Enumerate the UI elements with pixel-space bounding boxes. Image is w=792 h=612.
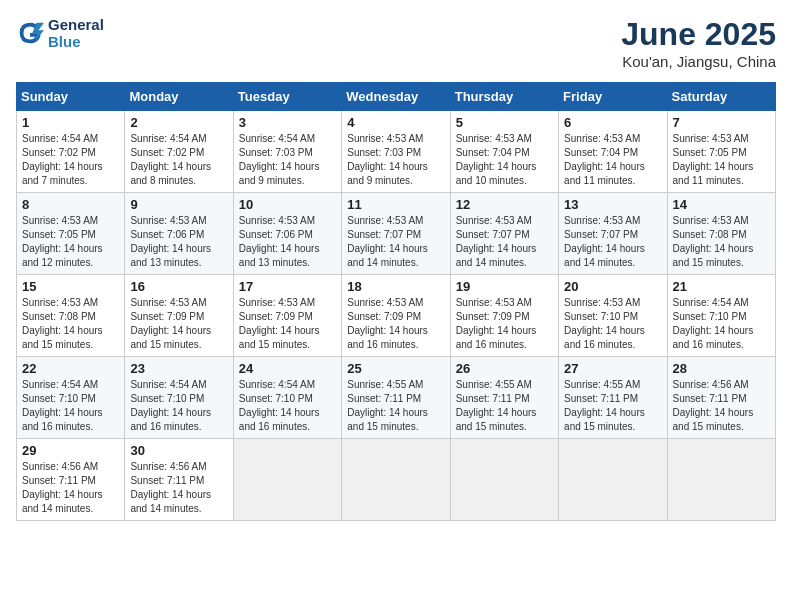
day-number: 15	[22, 279, 119, 294]
day-number: 23	[130, 361, 227, 376]
day-info: Sunrise: 4:53 AMSunset: 7:08 PMDaylight:…	[22, 296, 119, 352]
day-info: Sunrise: 4:53 AMSunset: 7:08 PMDaylight:…	[673, 214, 770, 270]
calendar-cell: 18 Sunrise: 4:53 AMSunset: 7:09 PMDaylig…	[342, 275, 450, 357]
day-info: Sunrise: 4:53 AMSunset: 7:04 PMDaylight:…	[564, 132, 661, 188]
calendar-cell: 9 Sunrise: 4:53 AMSunset: 7:06 PMDayligh…	[125, 193, 233, 275]
calendar-cell: 4 Sunrise: 4:53 AMSunset: 7:03 PMDayligh…	[342, 111, 450, 193]
day-number: 3	[239, 115, 336, 130]
day-number: 18	[347, 279, 444, 294]
day-info: Sunrise: 4:53 AMSunset: 7:06 PMDaylight:…	[130, 214, 227, 270]
calendar-cell: 14 Sunrise: 4:53 AMSunset: 7:08 PMDaylig…	[667, 193, 775, 275]
day-info: Sunrise: 4:54 AMSunset: 7:02 PMDaylight:…	[22, 132, 119, 188]
day-info: Sunrise: 4:54 AMSunset: 7:03 PMDaylight:…	[239, 132, 336, 188]
calendar-cell	[342, 439, 450, 521]
day-info: Sunrise: 4:53 AMSunset: 7:05 PMDaylight:…	[22, 214, 119, 270]
calendar-cell: 12 Sunrise: 4:53 AMSunset: 7:07 PMDaylig…	[450, 193, 558, 275]
day-number: 4	[347, 115, 444, 130]
calendar-cell: 25 Sunrise: 4:55 AMSunset: 7:11 PMDaylig…	[342, 357, 450, 439]
calendar-cell: 27 Sunrise: 4:55 AMSunset: 7:11 PMDaylig…	[559, 357, 667, 439]
calendar-cell: 2 Sunrise: 4:54 AMSunset: 7:02 PMDayligh…	[125, 111, 233, 193]
day-info: Sunrise: 4:53 AMSunset: 7:04 PMDaylight:…	[456, 132, 553, 188]
day-info: Sunrise: 4:53 AMSunset: 7:09 PMDaylight:…	[347, 296, 444, 352]
calendar-cell	[667, 439, 775, 521]
day-info: Sunrise: 4:54 AMSunset: 7:10 PMDaylight:…	[130, 378, 227, 434]
day-number: 5	[456, 115, 553, 130]
logo: General Blue	[16, 16, 104, 50]
day-info: Sunrise: 4:53 AMSunset: 7:07 PMDaylight:…	[456, 214, 553, 270]
calendar-cell: 7 Sunrise: 4:53 AMSunset: 7:05 PMDayligh…	[667, 111, 775, 193]
calendar-cell: 11 Sunrise: 4:53 AMSunset: 7:07 PMDaylig…	[342, 193, 450, 275]
day-info: Sunrise: 4:54 AMSunset: 7:02 PMDaylight:…	[130, 132, 227, 188]
day-number: 6	[564, 115, 661, 130]
day-number: 22	[22, 361, 119, 376]
day-info: Sunrise: 4:56 AMSunset: 7:11 PMDaylight:…	[22, 460, 119, 516]
calendar-cell: 30 Sunrise: 4:56 AMSunset: 7:11 PMDaylig…	[125, 439, 233, 521]
logo-icon	[16, 19, 44, 47]
day-number: 25	[347, 361, 444, 376]
calendar-week-row: 22 Sunrise: 4:54 AMSunset: 7:10 PMDaylig…	[17, 357, 776, 439]
col-monday: Monday	[125, 83, 233, 111]
calendar-table: Sunday Monday Tuesday Wednesday Thursday…	[16, 82, 776, 521]
day-info: Sunrise: 4:55 AMSunset: 7:11 PMDaylight:…	[347, 378, 444, 434]
day-info: Sunrise: 4:53 AMSunset: 7:10 PMDaylight:…	[564, 296, 661, 352]
calendar-cell	[450, 439, 558, 521]
day-info: Sunrise: 4:53 AMSunset: 7:06 PMDaylight:…	[239, 214, 336, 270]
day-number: 14	[673, 197, 770, 212]
title-block: June 2025 Kou'an, Jiangsu, China	[621, 16, 776, 70]
col-friday: Friday	[559, 83, 667, 111]
calendar-cell: 8 Sunrise: 4:53 AMSunset: 7:05 PMDayligh…	[17, 193, 125, 275]
calendar-cell: 16 Sunrise: 4:53 AMSunset: 7:09 PMDaylig…	[125, 275, 233, 357]
day-number: 17	[239, 279, 336, 294]
day-number: 29	[22, 443, 119, 458]
calendar-cell	[233, 439, 341, 521]
col-saturday: Saturday	[667, 83, 775, 111]
day-number: 16	[130, 279, 227, 294]
day-info: Sunrise: 4:56 AMSunset: 7:11 PMDaylight:…	[130, 460, 227, 516]
day-number: 27	[564, 361, 661, 376]
calendar-cell: 22 Sunrise: 4:54 AMSunset: 7:10 PMDaylig…	[17, 357, 125, 439]
day-info: Sunrise: 4:55 AMSunset: 7:11 PMDaylight:…	[456, 378, 553, 434]
day-number: 24	[239, 361, 336, 376]
day-info: Sunrise: 4:54 AMSunset: 7:10 PMDaylight:…	[239, 378, 336, 434]
calendar-cell: 24 Sunrise: 4:54 AMSunset: 7:10 PMDaylig…	[233, 357, 341, 439]
day-info: Sunrise: 4:53 AMSunset: 7:09 PMDaylight:…	[239, 296, 336, 352]
calendar-title: June 2025	[621, 16, 776, 53]
day-number: 28	[673, 361, 770, 376]
calendar-cell: 15 Sunrise: 4:53 AMSunset: 7:08 PMDaylig…	[17, 275, 125, 357]
calendar-cell: 3 Sunrise: 4:54 AMSunset: 7:03 PMDayligh…	[233, 111, 341, 193]
calendar-subtitle: Kou'an, Jiangsu, China	[621, 53, 776, 70]
calendar-week-row: 15 Sunrise: 4:53 AMSunset: 7:08 PMDaylig…	[17, 275, 776, 357]
calendar-cell: 10 Sunrise: 4:53 AMSunset: 7:06 PMDaylig…	[233, 193, 341, 275]
calendar-cell: 21 Sunrise: 4:54 AMSunset: 7:10 PMDaylig…	[667, 275, 775, 357]
day-number: 7	[673, 115, 770, 130]
calendar-week-row: 1 Sunrise: 4:54 AMSunset: 7:02 PMDayligh…	[17, 111, 776, 193]
day-number: 21	[673, 279, 770, 294]
day-number: 11	[347, 197, 444, 212]
page-header: General Blue June 2025 Kou'an, Jiangsu, …	[16, 16, 776, 70]
day-info: Sunrise: 4:53 AMSunset: 7:05 PMDaylight:…	[673, 132, 770, 188]
calendar-cell: 26 Sunrise: 4:55 AMSunset: 7:11 PMDaylig…	[450, 357, 558, 439]
day-number: 20	[564, 279, 661, 294]
calendar-cell: 28 Sunrise: 4:56 AMSunset: 7:11 PMDaylig…	[667, 357, 775, 439]
day-number: 2	[130, 115, 227, 130]
calendar-cell: 13 Sunrise: 4:53 AMSunset: 7:07 PMDaylig…	[559, 193, 667, 275]
day-number: 9	[130, 197, 227, 212]
day-number: 8	[22, 197, 119, 212]
day-info: Sunrise: 4:53 AMSunset: 7:03 PMDaylight:…	[347, 132, 444, 188]
calendar-cell: 23 Sunrise: 4:54 AMSunset: 7:10 PMDaylig…	[125, 357, 233, 439]
day-info: Sunrise: 4:53 AMSunset: 7:09 PMDaylight:…	[456, 296, 553, 352]
day-number: 1	[22, 115, 119, 130]
calendar-cell: 1 Sunrise: 4:54 AMSunset: 7:02 PMDayligh…	[17, 111, 125, 193]
day-number: 30	[130, 443, 227, 458]
day-info: Sunrise: 4:56 AMSunset: 7:11 PMDaylight:…	[673, 378, 770, 434]
day-info: Sunrise: 4:54 AMSunset: 7:10 PMDaylight:…	[22, 378, 119, 434]
calendar-week-row: 8 Sunrise: 4:53 AMSunset: 7:05 PMDayligh…	[17, 193, 776, 275]
day-number: 19	[456, 279, 553, 294]
day-number: 12	[456, 197, 553, 212]
calendar-cell: 20 Sunrise: 4:53 AMSunset: 7:10 PMDaylig…	[559, 275, 667, 357]
logo-text: General Blue	[48, 16, 104, 50]
calendar-week-row: 29 Sunrise: 4:56 AMSunset: 7:11 PMDaylig…	[17, 439, 776, 521]
col-thursday: Thursday	[450, 83, 558, 111]
day-info: Sunrise: 4:53 AMSunset: 7:07 PMDaylight:…	[564, 214, 661, 270]
day-info: Sunrise: 4:53 AMSunset: 7:09 PMDaylight:…	[130, 296, 227, 352]
